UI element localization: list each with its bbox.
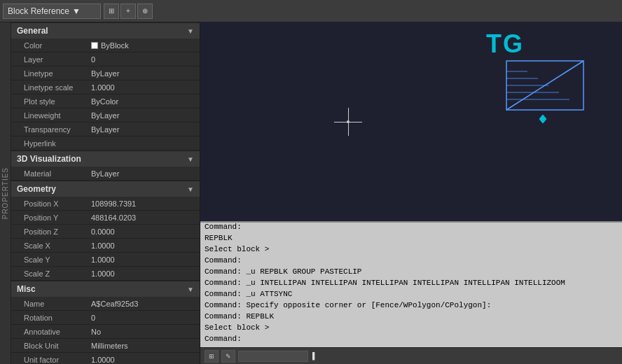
cmd-line: Command: [205,221,618,232]
prop-row: TransparencyByLayer [11,122,200,136]
prop-value[interactable]: ByBlock [88,38,200,52]
prop-label: Name [11,297,88,310]
prop-label: Color [11,38,88,52]
misc-rows: NameA$Ceaf925d3Rotation0AnnotativeNoBloc… [11,297,200,364]
prop-value[interactable]: 108998.7391 [88,197,200,210]
bottom-bar: ⊞ ✎ ▌ [200,347,622,364]
viz-chevron: ▼ [187,155,194,163]
top-bar: Block Reference ▼ ⊞ + ⊕ [0,0,622,22]
toolbar-icon-1[interactable]: ⊞ [104,4,119,19]
viz-rows: MaterialByLayer [11,167,200,181]
properties-side-label: PROPERTIES [1,167,9,219]
geom-section-header[interactable]: Geometry ▼ [11,181,200,197]
toolbar-icon-2[interactable]: + [120,4,136,19]
side-label-bar: PROPERTIES [0,22,11,364]
prop-value[interactable]: ByLayer [88,122,200,136]
dropdown-label: Block Reference [8,6,69,16]
prop-row: Scale Y1.0000 [11,253,200,267]
prop-value[interactable]: ByColor [88,94,200,108]
general-chevron: ▼ [187,27,194,35]
prop-value[interactable]: 488164.0203 [88,211,200,224]
prop-value[interactable]: ByLayer [88,66,200,80]
misc-chevron: ▼ [187,286,194,293]
cad-viewport[interactable]: TG [200,22,622,221]
prop-row: Unit factor1.0000 [11,353,200,364]
prop-row: Position Y488164.0203 [11,211,200,225]
prop-label: Position X [11,197,88,210]
prop-row: ColorByBlock [11,38,200,52]
prop-label: Annotative [11,325,88,338]
dropdown-arrow: ▼ [72,6,81,16]
prop-label: Unit factor [11,353,88,364]
prop-value[interactable]: ByLayer [88,167,200,180]
prop-row: Linetype scale1.0000 [11,80,200,94]
prop-label: Lineweight [11,108,88,122]
prop-label: Rotation [11,311,88,324]
prop-value[interactable]: 1.0000 [88,353,200,364]
cmd-line: Select block > [205,244,618,255]
cmd-line: Command: Specify opposite corner or [Fen… [205,300,618,311]
cmd-line: Command: REPBLK [205,311,618,322]
prop-row: AnnotativeNo [11,325,200,339]
cmd-line: Command: _u INTELLIPAN INTELLIPAN INTELL… [205,277,618,288]
command-input[interactable] [238,351,308,362]
prop-label: Position Z [11,225,88,238]
prop-label: Scale Z [11,267,88,280]
prop-row: LineweightByLayer [11,108,200,122]
bottom-icon-1[interactable]: ⊞ [205,350,219,363]
prop-row: Rotation0 [11,311,200,325]
toolbar-icon-3[interactable]: ⊕ [137,4,153,19]
prop-value[interactable]: A$Ceaf925d3 [88,297,200,310]
prop-value[interactable]: ByLayer [88,108,200,122]
prop-value[interactable]: 1.0000 [88,253,200,266]
prop-label: Hyperlink [11,136,88,150]
prop-value[interactable]: 0.0000 [88,225,200,238]
prop-label: Material [11,167,88,180]
prop-row: Position X108998.7391 [11,197,200,211]
prop-label: Scale X [11,239,88,252]
svg-marker-7 [539,115,546,123]
prop-value[interactable]: No [88,325,200,338]
prop-value[interactable]: 1.0000 [88,267,200,280]
prop-label: Block Unit [11,339,88,352]
general-section-header[interactable]: General ▼ [11,22,200,38]
cmd-line: REPBLK [205,232,618,244]
prop-label: Linetype [11,66,88,80]
prop-value[interactable] [88,136,200,150]
prop-label: Position Y [11,211,88,224]
prop-value[interactable]: 1.0000 [88,239,200,252]
prop-value[interactable]: 0 [88,52,200,66]
prop-row: Plot styleByColor [11,94,200,108]
bottom-icon-2[interactable]: ✎ [221,350,235,363]
tg-label: TG [486,29,524,59]
block-reference-dropdown[interactable]: Block Reference ▼ [3,4,101,19]
main-area: PROPERTIES General ▼ ColorByBlockLayer0L… [0,22,622,364]
prop-row: Block UnitMillimeters [11,339,200,353]
cmd-line: Command: _u ATTSYNC [205,288,618,300]
properties-panel: General ▼ ColorByBlockLayer0LinetypeByLa… [11,22,200,364]
prop-value[interactable]: 0 [88,311,200,324]
prop-row: LinetypeByLayer [11,66,200,80]
prop-label: Scale Y [11,253,88,266]
prop-row: Position Z0.0000 [11,225,200,239]
color-swatch [91,42,98,49]
cmd-line: Command: _u REPBLK GROUP PASTECLIP [205,266,618,277]
cad-area: TG [200,22,622,364]
prop-row: Hyperlink [11,136,200,150]
cmd-line: Select block > [205,322,618,333]
prop-value[interactable]: Millimeters [88,339,200,352]
misc-section-header[interactable]: Misc ▼ [11,281,200,297]
toolbar-icons: ⊞ + ⊕ [104,4,153,19]
prop-row: Layer0 [11,52,200,66]
prop-row: MaterialByLayer [11,167,200,181]
cmd-line: Command: [205,333,618,344]
geom-chevron: ▼ [187,186,194,193]
viz-section-header[interactable]: 3D Visualization ▼ [11,150,200,167]
geom-rows: Position X108998.7391Position Y488164.02… [11,197,200,281]
block-drawing [503,57,594,130]
prop-row: NameA$Ceaf925d3 [11,297,200,311]
prop-label: Transparency [11,122,88,136]
prop-value[interactable]: 1.0000 [88,80,200,94]
command-area: Specify insertion point: *Cancel*Command… [200,221,622,347]
prop-label: Plot style [11,94,88,108]
